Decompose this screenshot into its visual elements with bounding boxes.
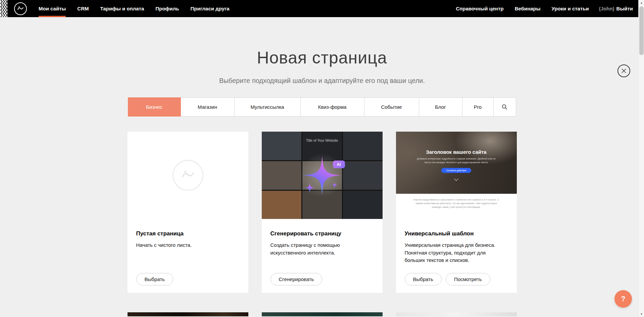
card-actions: Выбрать: [136, 273, 240, 285]
template-cards-grid-row2: [128, 312, 517, 316]
mosaic-tile: [262, 191, 301, 219]
tab-shop[interactable]: Магазин: [181, 97, 235, 117]
nav-label: Справочный центр: [456, 6, 503, 11]
generate-button[interactable]: Сгенерировать: [270, 273, 323, 285]
card-actions: Выбрать Посмотреть: [405, 273, 508, 285]
close-icon: [622, 69, 626, 73]
card-title: Универсальный шаблон: [405, 230, 508, 237]
nav-item-tariffs[interactable]: Тарифы и оплата: [100, 0, 144, 17]
card-description: Универсальная страница для бизнеса. Поня…: [405, 241, 507, 264]
nav-item-invite-friend[interactable]: Пригласи друга: [190, 0, 229, 17]
choose-button[interactable]: Выбрать: [405, 273, 442, 285]
nav-item-profile[interactable]: Профиль: [155, 0, 179, 17]
ai-preview: Title of Your Website AI: [262, 132, 383, 219]
template-hero: Заголовок вашего сайта Добавьте интересн…: [396, 132, 517, 194]
top-header: Мои сайты CRM Тарифы и оплата Профиль Пр…: [0, 0, 644, 17]
card-description: Начать с чистого листа.: [136, 241, 239, 249]
new-page-modal: Новая страница Выберите подходящий шабло…: [0, 48, 644, 317]
card-content: Пустая страница Начать с чистого листа. …: [128, 219, 248, 293]
universal-template-preview: Заголовок вашего сайта Добавьте интересн…: [396, 132, 517, 219]
nav-item-my-sites[interactable]: Мои сайты: [39, 0, 66, 17]
mosaic-tile: [343, 132, 383, 160]
main-nav: Мои сайты CRM Тарифы и оплата Профиль Пр…: [39, 0, 241, 17]
ai-sparkle-icon: [297, 150, 347, 200]
card-content: Универсальный шаблон Универсальная стран…: [396, 219, 517, 293]
zigzag-pattern-icon: [0, 0, 7, 17]
tab-search[interactable]: [493, 97, 516, 117]
scroll-down-icon[interactable]: ▼: [639, 311, 644, 317]
tab-business[interactable]: Бизнес: [128, 97, 181, 117]
template-category-tabs: Бизнес Магазин Мультиссылка Квиз-форма С…: [128, 97, 516, 117]
template-body-text: Коротко представьтесь и расскажите о ком…: [413, 198, 499, 219]
tab-multilink[interactable]: Мультиссылка: [234, 97, 301, 117]
card-actions: Сгенерировать: [270, 273, 374, 285]
close-button[interactable]: [617, 64, 630, 77]
scroll-up-icon[interactable]: ▲: [639, 0, 644, 6]
page-subtitle: Выберите подходящий шаблон и адаптируйте…: [0, 77, 644, 85]
scrollbar-thumb[interactable]: [639, 6, 644, 55]
help-button[interactable]: ?: [614, 290, 632, 308]
zigzag-decoration: [0, 0, 7, 17]
nav-label: Мои сайты: [39, 6, 66, 11]
mosaic-tile: [262, 132, 301, 160]
tilda-logo[interactable]: [14, 2, 27, 15]
choose-button[interactable]: Выбрать: [136, 273, 173, 285]
card-preview-partial: [128, 312, 248, 316]
nav-label: Уроки и статьи: [552, 6, 589, 11]
nav-item-webinars[interactable]: Вебинары: [515, 0, 541, 17]
template-body-section: Коротко представьтесь и расскажите о ком…: [396, 194, 517, 219]
tilda-watermark-icon: [172, 160, 203, 191]
tilda-tilde-icon: [180, 167, 196, 183]
template-hero-subtitle: Добавьте интересные подробности о вашей …: [415, 157, 497, 164]
user-block: (John) Выйти: [599, 6, 633, 11]
search-icon: [502, 104, 507, 110]
tab-pro[interactable]: Pro: [462, 97, 494, 117]
card-title: Сгенерировать страницу: [270, 230, 374, 237]
nav-label: Пригласи друга: [190, 6, 229, 11]
ai-badge: AI: [333, 161, 345, 168]
nav-label: Профиль: [155, 6, 179, 11]
mosaic-site-title: Title of Your Website: [262, 138, 383, 142]
blank-page-preview: [128, 132, 248, 219]
template-hero-button: Основное действие: [441, 168, 472, 173]
card-description: Создать страницу с помощью искусственног…: [270, 241, 373, 257]
card-content: Сгенерировать страницу Создать страницу …: [262, 219, 383, 293]
card-blank-page: Пустая страница Начать с чистого листа. …: [128, 132, 248, 293]
secondary-nav: Справочный центр Вебинары Уроки и статьи…: [445, 0, 633, 17]
nav-item-lessons[interactable]: Уроки и статьи: [552, 0, 589, 17]
view-button[interactable]: Посмотреть: [446, 273, 490, 285]
mosaic-tile: [343, 161, 383, 190]
chevron-down-icon: [454, 177, 458, 181]
user-name-label: (John): [599, 6, 614, 11]
nav-item-crm[interactable]: CRM: [77, 0, 89, 17]
nav-item-help-center[interactable]: Справочный центр: [456, 0, 503, 17]
card-title: Пустая страница: [136, 230, 240, 237]
tab-quiz-form[interactable]: Квиз-форма: [300, 97, 364, 117]
card-preview-partial: [396, 312, 517, 316]
card-preview-partial: [262, 312, 383, 316]
nav-label: Вебинары: [515, 6, 541, 11]
mosaic-tile: [262, 161, 301, 190]
tilda-logo-icon: [16, 5, 24, 13]
template-hero-title: Заголовок вашего сайта: [426, 149, 486, 155]
page-title: Новая страница: [0, 48, 644, 67]
page-scrollbar[interactable]: ▲ ▼: [638, 0, 644, 317]
nav-label: Тарифы и оплата: [100, 6, 144, 11]
nav-label: CRM: [77, 6, 89, 11]
mosaic-tile: [343, 191, 383, 219]
tab-event[interactable]: Событие: [364, 97, 419, 117]
card-universal-template: Заголовок вашего сайта Добавьте интересн…: [396, 132, 517, 293]
tab-blog[interactable]: Блог: [419, 97, 462, 117]
card-generate-ai: Title of Your Website AI: [262, 132, 383, 293]
logout-link[interactable]: Выйти: [616, 6, 633, 11]
template-cards-grid: Пустая страница Начать с чистого листа. …: [128, 132, 517, 293]
